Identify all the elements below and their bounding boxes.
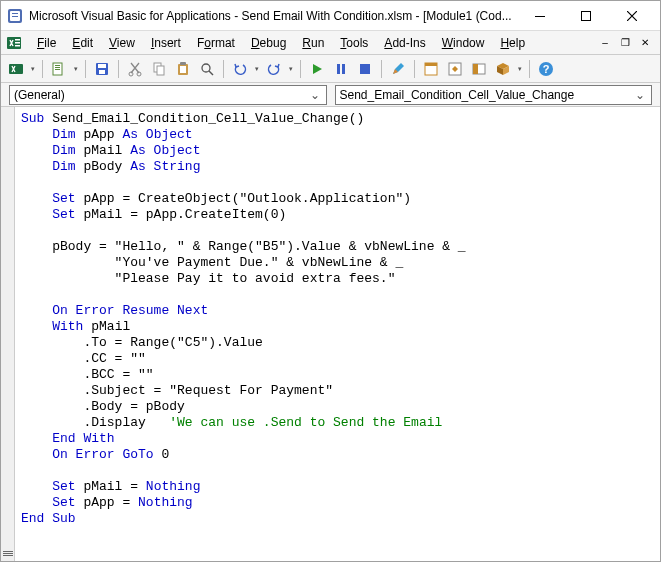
separator-icon [381, 60, 382, 78]
code-token: Dim [21, 159, 76, 174]
code-token: pBody [76, 159, 131, 174]
code-token: .Display [21, 415, 169, 430]
svg-rect-10 [9, 64, 23, 74]
object-proc-row: (General) ⌄ Send_Email_Condition_Cell_Va… [1, 83, 660, 107]
svg-rect-8 [15, 42, 20, 44]
svg-rect-14 [55, 69, 60, 70]
properties-button[interactable] [444, 58, 466, 80]
window-controls [518, 2, 654, 30]
separator-icon [223, 60, 224, 78]
code-token: On Error Resume Next [21, 303, 208, 318]
code-token: As Object [122, 127, 192, 142]
menu-edit[interactable]: Edit [64, 34, 101, 52]
vba-app-icon [7, 8, 23, 24]
close-button[interactable] [610, 2, 654, 30]
toolbar: ▾ ▾ ▾ ▾ [1, 55, 660, 83]
view-selector-icon[interactable] [1, 545, 14, 561]
code-token: .To = Range("C5").Value [21, 335, 263, 350]
code-token: .Subject = "Request For Payment" [21, 383, 333, 398]
object-dropdown[interactable]: (General) ⌄ [9, 85, 327, 105]
code-token: As String [130, 159, 200, 174]
svg-rect-9 [15, 45, 20, 47]
svg-rect-12 [55, 65, 60, 66]
code-token: Set [21, 479, 76, 494]
insert-module-button[interactable] [48, 58, 70, 80]
chevron-down-icon: ⌄ [633, 88, 647, 102]
view-excel-dropdown[interactable]: ▾ [29, 65, 37, 73]
margin-indicator-bar[interactable] [1, 107, 15, 561]
menu-help[interactable]: Help [492, 34, 533, 52]
break-button[interactable] [330, 58, 352, 80]
separator-icon [414, 60, 415, 78]
svg-rect-4 [535, 16, 545, 17]
code-token: As Object [130, 143, 200, 158]
design-mode-button[interactable] [387, 58, 409, 80]
run-button[interactable] [306, 58, 328, 80]
mdi-close-button[interactable]: ✕ [636, 35, 654, 51]
menu-debug[interactable]: Debug [243, 34, 294, 52]
code-token: .Body = pBody [21, 399, 185, 414]
excel-icon [5, 34, 23, 52]
code-token: pMail = pApp.CreateItem(0) [76, 207, 287, 222]
maximize-button[interactable] [564, 2, 608, 30]
svg-rect-30 [425, 63, 437, 66]
code-token: End Sub [21, 511, 76, 526]
code-token: pApp = [76, 495, 138, 510]
menu-addins[interactable]: Add-Ins [376, 34, 433, 52]
project-explorer-button[interactable] [420, 58, 442, 80]
procedure-dropdown[interactable]: Send_Email_Condition_Cell_Value_Change ⌄ [335, 85, 653, 105]
code-token: Set [21, 207, 76, 222]
toolbox-dropdown[interactable]: ▾ [516, 65, 524, 73]
code-token: pBody = "Hello, " & Range("B5").Value & … [21, 239, 466, 254]
menu-format[interactable]: Format [189, 34, 243, 52]
procedure-dropdown-text: Send_Email_Condition_Cell_Value_Change [340, 88, 634, 102]
help-button[interactable]: ? [535, 58, 557, 80]
menu-window[interactable]: Window [434, 34, 493, 52]
menu-bar: File Edit View Insert Format Debug Run T… [1, 31, 660, 55]
redo-button[interactable] [263, 58, 285, 80]
code-token: With [21, 319, 83, 334]
paste-button[interactable] [172, 58, 194, 80]
svg-rect-17 [99, 70, 105, 74]
toolbox-button[interactable] [492, 58, 514, 80]
code-token: End With [21, 431, 115, 446]
mdi-controls: – ❐ ✕ [596, 35, 656, 51]
code-token: 0 [154, 447, 170, 462]
svg-rect-26 [337, 64, 340, 74]
find-button[interactable] [196, 58, 218, 80]
code-token: Nothing [146, 479, 201, 494]
view-excel-button[interactable] [5, 58, 27, 80]
object-browser-button[interactable] [468, 58, 490, 80]
separator-icon [42, 60, 43, 78]
mdi-minimize-button[interactable]: – [596, 35, 614, 51]
code-token: "Please Pay it to avoid extra fees." [21, 271, 395, 286]
cut-button[interactable] [124, 58, 146, 80]
code-token: pApp = CreateObject("Outlook.Application… [76, 191, 411, 206]
svg-rect-23 [180, 66, 186, 73]
undo-button[interactable] [229, 58, 251, 80]
menu-insert[interactable]: Insert [143, 34, 189, 52]
reset-button[interactable] [354, 58, 376, 80]
menu-run[interactable]: Run [294, 34, 332, 52]
minimize-button[interactable] [518, 2, 562, 30]
menu-file[interactable]: File [29, 34, 64, 52]
code-editor[interactable]: Sub Send_Email_Condition_Cell_Value_Chan… [15, 107, 660, 561]
chevron-down-icon: ⌄ [308, 88, 322, 102]
insert-dropdown[interactable]: ▾ [72, 65, 80, 73]
mdi-restore-button[interactable]: ❐ [616, 35, 634, 51]
svg-text:?: ? [543, 63, 550, 75]
code-comment: 'We can use .Send to Send the Email [169, 415, 442, 430]
svg-rect-2 [12, 13, 18, 14]
save-button[interactable] [91, 58, 113, 80]
copy-button[interactable] [148, 58, 170, 80]
redo-dropdown[interactable]: ▾ [287, 65, 295, 73]
svg-rect-27 [342, 64, 345, 74]
separator-icon [300, 60, 301, 78]
svg-point-25 [202, 64, 210, 72]
separator-icon [85, 60, 86, 78]
code-token: Sub [21, 111, 44, 126]
svg-rect-3 [12, 16, 18, 17]
menu-view[interactable]: View [101, 34, 143, 52]
menu-tools[interactable]: Tools [332, 34, 376, 52]
undo-dropdown[interactable]: ▾ [253, 65, 261, 73]
